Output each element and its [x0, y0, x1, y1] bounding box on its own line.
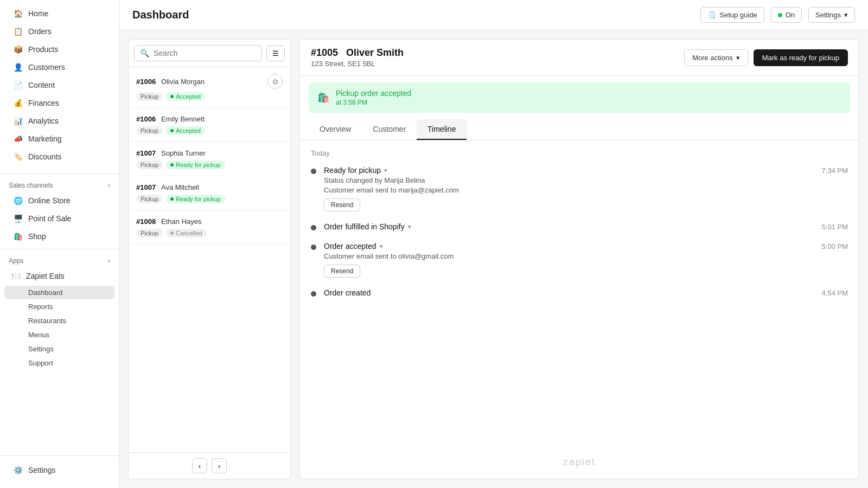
sidebar-item-marketing[interactable]: 📣Marketing — [4, 130, 114, 147]
timeline-body: Order created 4:54 PM — [324, 288, 848, 297]
resend-button[interactable]: Resend — [324, 198, 360, 211]
order-number: #1007 — [136, 149, 156, 157]
sidebar-item-products[interactable]: 📦Products — [4, 41, 114, 58]
sidebar-subitem-support[interactable]: Support — [4, 356, 114, 370]
chevron-down-icon[interactable]: ▾ — [384, 167, 387, 174]
sidebar-finances-label: Finances — [28, 99, 59, 107]
sidebar-item-content[interactable]: 📄Content — [4, 76, 114, 94]
order-number-name: #1007 Ava Mitchell — [136, 183, 199, 191]
prev-page-button[interactable]: ‹ — [192, 458, 207, 473]
apps-expand-icon[interactable]: › — [108, 257, 110, 265]
order-list-item[interactable]: #1008 Ethan Hayes Pickup Cancelled — [129, 210, 290, 245]
on-toggle-button[interactable]: On — [771, 7, 802, 23]
sidebar-item-shop[interactable]: 🛍️Shop — [4, 228, 114, 245]
mark-ready-button[interactable]: Mark as ready for pickup — [754, 49, 848, 66]
main-content: Dashboard 🗒️ Setup guide On Settings ▾ 🔍 — [119, 0, 868, 488]
order-type-tag: Pickup — [136, 92, 163, 101]
sidebar-item-analytics[interactable]: 📊Analytics — [4, 112, 114, 130]
order-number-name: #1007 Sophia Turner — [136, 149, 206, 157]
sidebar-subitem-dashboard[interactable]: Dashboard — [4, 286, 114, 299]
order-item-top: #1006 Olivia Morgan ⊙ — [136, 74, 283, 89]
sidebar-item-discounts[interactable]: 🏷️Discounts — [4, 148, 114, 165]
sidebar-zapiet-eats-label: Zapiet Eats — [26, 272, 65, 280]
chevron-down-icon[interactable]: ▾ — [408, 223, 411, 230]
pickup-banner: 🛍️ Pickup order accepted at 3:58 PM — [309, 82, 850, 113]
sidebar-products-label: Products — [28, 45, 58, 54]
order-customer: Sophia Turner — [161, 149, 206, 157]
order-list-item[interactable]: #1006 Olivia Morgan ⊙ Pickup Accepted — [129, 67, 290, 108]
topbar: Dashboard 🗒️ Setup guide On Settings ▾ — [119, 0, 868, 30]
order-item-top: #1006 Emily Bennett — [136, 114, 283, 123]
order-items-list: #1006 Olivia Morgan ⊙ Pickup Accepted #1… — [129, 67, 290, 452]
sidebar-home-label: Home — [28, 9, 48, 18]
detail-actions: More actions ▾ Mark as ready for pickup — [684, 49, 848, 66]
timeline-item: Order accepted ▾ 5:00 PM Customer email … — [311, 242, 848, 278]
pickup-banner-text: Pickup order accepted at 3:58 PM — [336, 89, 411, 106]
sidebar-item-settings-bottom[interactable]: ⚙️ Settings — [4, 461, 114, 479]
sidebar-item-point-of-sale[interactable]: 🖥️Point of Sale — [4, 210, 114, 227]
order-list-item[interactable]: #1007 Ava Mitchell Pickup Ready for pick… — [129, 176, 290, 210]
timeline-body: Order fulfilled in Shopify ▾ 5:01 PM — [324, 222, 848, 231]
customers-icon: 👤 — [13, 62, 23, 72]
more-actions-label: More actions — [692, 54, 732, 62]
sidebar-subitem-menus[interactable]: Menus — [4, 328, 114, 342]
timeline-dot — [311, 291, 316, 297]
status-badge: Cancelled — [166, 229, 207, 237]
sidebar-settings-label: Settings — [28, 466, 56, 474]
sidebar-subitem-restaurants[interactable]: Restaurants — [4, 314, 114, 328]
order-type-tag: Pickup — [136, 229, 163, 237]
sidebar-subitem-reports[interactable]: Reports — [4, 300, 114, 313]
detail-header: #1005 Oliver Smith 123 Street, SE1 5BL M… — [300, 40, 859, 76]
online-store-icon: 🌐 — [13, 196, 23, 206]
resend-button[interactable]: Resend — [324, 265, 360, 278]
sidebar-discounts-label: Discounts — [28, 152, 61, 161]
search-input[interactable] — [154, 49, 256, 57]
sidebar-item-finances[interactable]: 💰Finances — [4, 94, 114, 112]
order-number: #1008 — [136, 217, 156, 226]
order-list-item[interactable]: #1006 Emily Bennett Pickup Accepted — [129, 108, 290, 142]
filter-button[interactable]: ☰ — [266, 46, 285, 61]
setup-guide-button[interactable]: 🗒️ Setup guide — [700, 7, 764, 23]
sidebar-item-online-store[interactable]: 🌐Online Store — [4, 192, 114, 209]
order-action-button[interactable]: ⊙ — [267, 74, 283, 89]
order-list-item[interactable]: #1007 Sophia Turner Pickup Ready for pic… — [129, 142, 290, 176]
next-page-button[interactable]: › — [212, 458, 227, 473]
filter-icon: ☰ — [272, 49, 279, 57]
settings-chevron-icon: ▾ — [844, 11, 848, 19]
timeline-event-sub2: Customer email sent to marija@zapiet.com — [324, 186, 848, 194]
order-type-tag: Pickup — [136, 195, 163, 203]
chevron-down-icon[interactable]: ▾ — [380, 243, 383, 250]
timeline-event-header: Order accepted ▾ 5:00 PM — [324, 242, 848, 251]
sidebar-item-zapiet-eats[interactable]: 🍽️ Zapiet Eats — [4, 267, 114, 285]
timeline-date-label: Today — [311, 149, 848, 157]
settings-button[interactable]: Settings ▾ — [808, 7, 855, 23]
timeline-event-time: 7:34 PM — [822, 166, 848, 175]
order-pagination: ‹ › — [129, 452, 290, 479]
timeline-event-title: Ready for pickup ▾ — [324, 166, 387, 175]
order-number-name: #1008 Ethan Hayes — [136, 217, 201, 226]
tab-customer[interactable]: Customer — [362, 119, 417, 140]
timeline-event-time: 4:54 PM — [822, 289, 848, 297]
analytics-icon: 📊 — [13, 116, 23, 126]
sales-channels-expand-icon[interactable]: › — [108, 182, 110, 189]
order-info: #1005 Oliver Smith 123 Street, SE1 5BL — [311, 47, 404, 68]
sidebar-marketing-label: Marketing — [28, 134, 61, 143]
sidebar-item-customers[interactable]: 👤Customers — [4, 59, 114, 76]
content-area: 🔍 ☰ #1006 Olivia Morgan ⊙ Pickup Accepte… — [119, 30, 868, 488]
status-dot — [170, 197, 174, 201]
tab-timeline[interactable]: Timeline — [417, 119, 467, 140]
order-number: #1007 — [136, 183, 156, 191]
tab-overview[interactable]: Overview — [309, 119, 362, 140]
search-input-wrap[interactable]: 🔍 — [134, 45, 262, 61]
sidebar-item-orders[interactable]: 📋Orders — [4, 23, 114, 40]
timeline-event-time: 5:01 PM — [822, 223, 848, 231]
sidebar-subitem-settings[interactable]: Settings — [4, 342, 114, 356]
sidebar-item-home[interactable]: 🏠Home — [4, 5, 114, 22]
more-actions-button[interactable]: More actions ▾ — [684, 49, 748, 66]
timeline-event-title: Order created — [324, 288, 371, 297]
timeline-event-sub1: Status changed by Marija Belina — [324, 176, 848, 184]
status-badge: Ready for pickup — [166, 160, 225, 169]
order-customer-name: Oliver Smith — [346, 47, 404, 58]
order-number-name: #1006 Emily Bennett — [136, 114, 205, 123]
discounts-icon: 🏷️ — [13, 152, 23, 162]
